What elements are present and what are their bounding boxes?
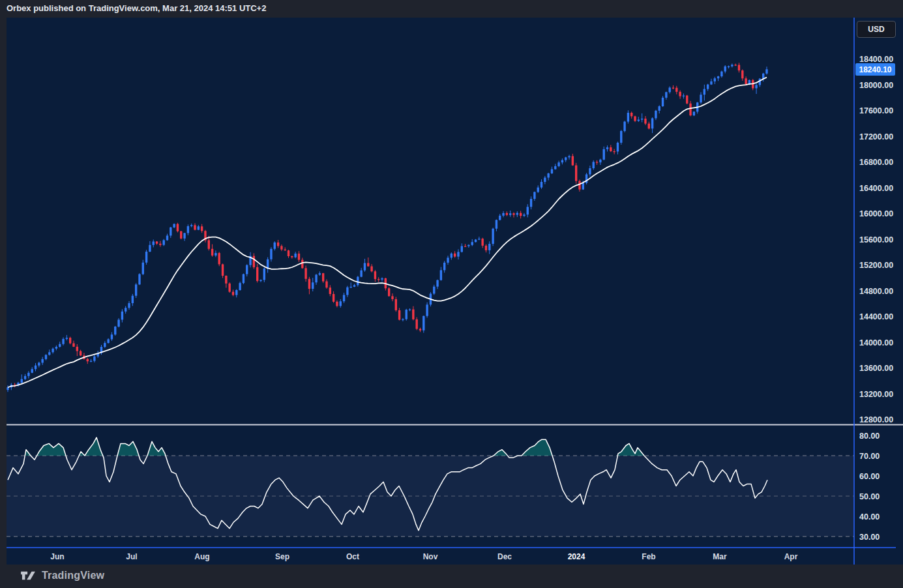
svg-text:14400.00: 14400.00: [859, 312, 893, 321]
svg-text:Jun: Jun: [50, 552, 64, 561]
svg-text:17200.00: 17200.00: [859, 132, 893, 141]
rsi-band: [7, 456, 854, 537]
svg-text:15200.00: 15200.00: [859, 261, 893, 270]
svg-text:13200.00: 13200.00: [859, 390, 893, 399]
svg-text:16400.00: 16400.00: [859, 184, 893, 193]
svg-text:17600.00: 17600.00: [859, 106, 893, 115]
page: Orbex published on TradingView.com, Mar …: [0, 0, 903, 588]
svg-text:Feb: Feb: [642, 552, 655, 561]
tradingview-wordmark: TradingView: [42, 570, 104, 581]
chart-widget: 18400.0018000.0017600.0017200.0016800.00…: [7, 18, 903, 565]
svg-text:Oct: Oct: [346, 552, 359, 561]
svg-text:Nov: Nov: [423, 552, 438, 561]
svg-text:60.00: 60.00: [859, 472, 880, 481]
svg-text:80.00: 80.00: [859, 432, 880, 441]
tradingview-link[interactable]: TradingView: [20, 569, 104, 582]
price-axis[interactable]: 18400.0018000.0017600.0017200.0016800.00…: [859, 55, 893, 542]
chart-canvas[interactable]: 18400.0018000.0017600.0017200.0016800.00…: [7, 18, 903, 565]
svg-text:16800.00: 16800.00: [859, 158, 893, 167]
svg-text:Aug: Aug: [194, 552, 209, 561]
svg-text:Mar: Mar: [713, 552, 727, 561]
svg-text:14000.00: 14000.00: [859, 338, 893, 347]
svg-text:12800.00: 12800.00: [859, 415, 893, 424]
svg-text:40.00: 40.00: [859, 512, 880, 522]
svg-text:50.00: 50.00: [859, 492, 880, 501]
currency-button[interactable]: USD: [857, 21, 896, 38]
svg-text:Dec: Dec: [497, 552, 512, 561]
footer-bar: TradingView: [0, 565, 903, 588]
svg-text:70.00: 70.00: [859, 452, 880, 461]
time-axis[interactable]: JunJulAugSepOctNovDec2024FebMarApr: [50, 552, 797, 561]
svg-text:18400.00: 18400.00: [859, 55, 893, 64]
svg-text:Apr: Apr: [784, 552, 798, 561]
svg-text:18000.00: 18000.00: [859, 81, 893, 90]
candlestick-series: [7, 63, 767, 392]
svg-text:16000.00: 16000.00: [859, 209, 893, 218]
tradingview-logo-icon: [20, 569, 37, 582]
svg-text:Sep: Sep: [275, 552, 289, 561]
last-price-badge: 18240.10: [855, 63, 895, 76]
header-bar: Orbex published on TradingView.com, Mar …: [0, 0, 903, 18]
svg-text:13600.00: 13600.00: [859, 364, 893, 373]
svg-text:30.00: 30.00: [859, 533, 880, 542]
svg-text:Jul: Jul: [126, 552, 137, 561]
svg-text:14800.00: 14800.00: [859, 287, 893, 296]
svg-text:2024: 2024: [568, 552, 585, 561]
publish-note: Orbex published on TradingView.com, Mar …: [7, 0, 266, 17]
svg-text:15600.00: 15600.00: [859, 235, 893, 244]
